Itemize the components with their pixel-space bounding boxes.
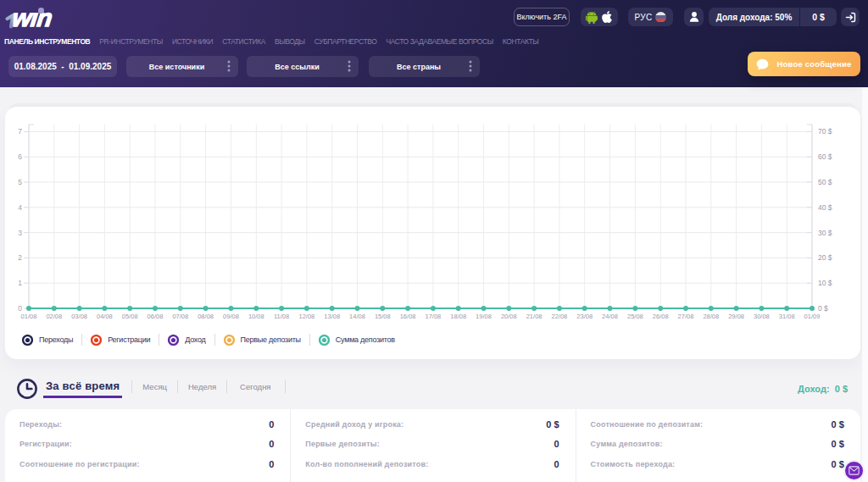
- svg-text:26/08: 26/08: [653, 313, 669, 320]
- svg-text:29/08: 29/08: [728, 313, 744, 320]
- svg-text:12/08: 12/08: [299, 313, 315, 320]
- svg-text:5: 5: [18, 178, 22, 186]
- svg-text:06/08: 06/08: [147, 313, 164, 320]
- svg-text:02/08: 02/08: [46, 313, 62, 320]
- svg-text:30/08: 30/08: [754, 313, 770, 320]
- svg-text:07/08: 07/08: [172, 313, 188, 320]
- svg-text:6: 6: [18, 152, 22, 161]
- svg-text:40 $: 40 $: [818, 203, 832, 212]
- svg-text:19/08: 19/08: [476, 313, 492, 320]
- svg-text:15/08: 15/08: [375, 313, 391, 320]
- svg-text:17/08: 17/08: [426, 313, 442, 320]
- svg-text:24/08: 24/08: [602, 313, 618, 320]
- svg-text:16/08: 16/08: [400, 313, 416, 320]
- svg-text:50 $: 50 $: [818, 178, 832, 186]
- svg-text:70 $: 70 $: [818, 127, 832, 136]
- svg-text:13/08: 13/08: [324, 313, 340, 320]
- svg-text:11/08: 11/08: [274, 313, 289, 320]
- svg-text:0 $: 0 $: [818, 304, 828, 313]
- svg-text:22/08: 22/08: [552, 313, 568, 320]
- svg-text:20/08: 20/08: [501, 313, 517, 320]
- svg-text:28/08: 28/08: [703, 313, 719, 320]
- svg-text:0: 0: [18, 304, 22, 313]
- svg-text:60 $: 60 $: [818, 152, 832, 161]
- svg-text:08/08: 08/08: [198, 313, 214, 320]
- svg-text:21/08: 21/08: [526, 313, 542, 320]
- svg-text:01/08: 01/08: [21, 313, 37, 320]
- svg-text:14/08: 14/08: [349, 313, 365, 320]
- svg-text:01/09: 01/09: [804, 313, 821, 320]
- svg-text:27/08: 27/08: [678, 313, 694, 320]
- svg-text:10/08: 10/08: [248, 313, 264, 320]
- svg-text:30 $: 30 $: [818, 229, 832, 237]
- svg-text:4: 4: [18, 203, 22, 212]
- svg-text:09/08: 09/08: [223, 313, 239, 320]
- svg-text:18/08: 18/08: [450, 313, 466, 320]
- svg-text:03/08: 03/08: [71, 313, 87, 320]
- svg-text:20 $: 20 $: [818, 253, 832, 262]
- svg-text:04/08: 04/08: [97, 313, 113, 320]
- svg-text:2: 2: [18, 253, 22, 262]
- svg-text:1: 1: [18, 279, 22, 287]
- svg-text:05/08: 05/08: [122, 313, 138, 320]
- svg-text:23/08: 23/08: [576, 313, 593, 320]
- svg-text:7: 7: [18, 127, 22, 136]
- svg-text:31/08: 31/08: [779, 313, 795, 320]
- svg-text:10 $: 10 $: [818, 279, 832, 287]
- svg-text:25/08: 25/08: [627, 313, 643, 320]
- svg-text:3: 3: [18, 229, 22, 237]
